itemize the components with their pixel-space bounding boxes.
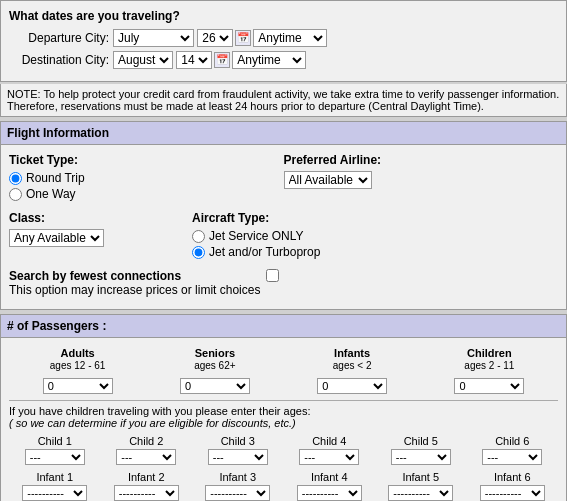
child-ages-row: Child 1 --- < 2234567891011 Child 2 --- … [9,435,558,465]
infants-select-col: 0 12345 [284,378,421,394]
child3-select[interactable]: --- < 2234567891011 [208,449,268,465]
search-fewest-row: Search by fewest connections This option… [9,269,558,297]
preferred-airline-col: Preferred Airline: All Available [284,153,559,203]
infant1-label: Infant 1 [9,471,101,483]
destination-row: Destination City: July August 13 14 15 📅… [9,51,558,69]
jet-turboprop-item: Jet and/or Turboprop [192,245,558,259]
departure-day-select[interactable]: 25 26 27 [197,29,233,47]
jet-turboprop-radio[interactable] [192,246,205,259]
jet-service-item: Jet Service ONLY [192,229,558,243]
child5-col: Child 5 --- < 2234567891011 [375,435,467,465]
child2-select[interactable]: --- < 2234567891011 [116,449,176,465]
children-label: Children [421,346,558,360]
children-note-italic: ( so we can determine if you are eligibl… [9,417,296,429]
children-note-text: If you have children traveling with you … [9,405,310,417]
class-select[interactable]: Any Available First Class Business Coach [9,229,104,247]
adults-select-col: 0 123456789 [9,378,146,394]
preferred-airline-select[interactable]: All Available [284,171,372,189]
infants-label: Infants [284,346,421,360]
class-col: Class: Any Available First Class Busines… [9,211,192,261]
round-trip-radio[interactable] [9,172,22,185]
passengers-body: Adults ages 12 - 61 Seniors ages 62+ Inf… [1,338,566,501]
infants-ages: ages < 2 [284,360,421,372]
flight-info-section: Flight Information Ticket Type: Round Tr… [0,121,567,310]
infant5-col: Infant 5 ---------- Under 2 [375,471,467,501]
dates-question: What dates are you traveling? [9,9,558,23]
jet-service-label: Jet Service ONLY [209,229,303,243]
destination-day-select[interactable]: 13 14 15 [176,51,212,69]
children-select[interactable]: 0 12345 [454,378,524,394]
child6-select[interactable]: --- < 2234567891011 [482,449,542,465]
child5-label: Child 5 [375,435,467,447]
infants-col: Infants ages < 2 [284,346,421,372]
child3-label: Child 3 [192,435,284,447]
departure-month-select[interactable]: July August September [113,29,194,47]
jet-service-radio[interactable] [192,230,205,243]
child2-col: Child 2 --- < 2234567891011 [101,435,193,465]
destination-time-select[interactable]: Anytime 12:00 AM [232,51,306,69]
infant5-select[interactable]: ---------- Under 2 [388,485,453,501]
class-aircraft-row: Class: Any Available First Class Busines… [9,211,558,261]
flight-info-body: Ticket Type: Round Trip One Way Preferre [1,145,566,309]
children-select-col: 0 12345 [421,378,558,394]
child1-col: Child 1 --- < 2234567891011 [9,435,101,465]
passengers-selects-row: 0 123456789 0 12345 0 12345 [9,378,558,394]
seniors-select[interactable]: 0 12345 [180,378,250,394]
child2-label: Child 2 [101,435,193,447]
destination-month-select[interactable]: July August [113,51,173,69]
infant1-col: Infant 1 ---------- Under 2 [9,471,101,501]
child4-label: Child 4 [284,435,376,447]
seniors-select-col: 0 12345 [146,378,283,394]
infant3-select[interactable]: ---------- Under 2 [205,485,270,501]
infant5-label: Infant 5 [375,471,467,483]
adults-ages: ages 12 - 61 [9,360,146,372]
one-way-radio[interactable] [9,188,22,201]
child1-label: Child 1 [9,435,101,447]
infant4-col: Infant 4 ---------- Under 2 [284,471,376,501]
adults-select[interactable]: 0 123456789 [43,378,113,394]
child4-select[interactable]: --- < 2234567891011 [299,449,359,465]
ticket-airline-row: Ticket Type: Round Trip One Way Preferre [9,153,558,203]
seniors-col: Seniors ages 62+ [146,346,283,372]
infant2-label: Infant 2 [101,471,193,483]
passengers-section: # of Passengers : Adults ages 12 - 61 Se… [0,314,567,501]
departure-label: Departure City: [9,31,109,45]
adults-label: Adults [9,346,146,360]
infant3-col: Infant 3 ---------- Under 2 [192,471,284,501]
child6-label: Child 6 [467,435,559,447]
infant6-select[interactable]: ---------- Under 2 [480,485,545,501]
destination-calendar-icon[interactable]: 📅 [214,52,230,68]
infant-row: Infant 1 ---------- Under 2 Infant 2 ---… [9,471,558,501]
search-fewest-sub: This option may increase prices or limit… [9,283,260,297]
infant6-label: Infant 6 [467,471,559,483]
infants-select[interactable]: 0 12345 [317,378,387,394]
infant3-label: Infant 3 [192,471,284,483]
seniors-label: Seniors [146,346,283,360]
passengers-labels-row: Adults ages 12 - 61 Seniors ages 62+ Inf… [9,346,558,372]
destination-label: Destination City: [9,53,109,67]
round-trip-label: Round Trip [26,171,85,185]
children-note: If you have children traveling with you … [9,400,558,429]
dates-section: What dates are you traveling? Departure … [0,0,567,82]
search-fewest-checkbox[interactable] [266,269,279,282]
preferred-airline-label: Preferred Airline: [284,153,559,167]
passengers-header: # of Passengers : [1,315,566,338]
search-fewest-label: Search by fewest connections [9,269,181,283]
infant6-col: Infant 6 ---------- Under 2 [467,471,559,501]
child6-col: Child 6 --- < 2234567891011 [467,435,559,465]
aircraft-type-label: Aircraft Type: [192,211,558,225]
child1-select[interactable]: --- < 2234567891011 [25,449,85,465]
child4-col: Child 4 --- < 2234567891011 [284,435,376,465]
infant1-select[interactable]: ---------- Under 2 [22,485,87,501]
departure-time-select[interactable]: Anytime 12:00 AM [253,29,327,47]
infant4-select[interactable]: ---------- Under 2 [297,485,362,501]
infant2-select[interactable]: ---------- Under 2 [114,485,179,501]
flight-info-header: Flight Information [1,122,566,145]
child5-select[interactable]: --- < 2234567891011 [391,449,451,465]
seniors-ages: ages 62+ [146,360,283,372]
aircraft-col: Aircraft Type: Jet Service ONLY Jet and/… [192,211,558,261]
child3-col: Child 3 --- < 2234567891011 [192,435,284,465]
one-way-label: One Way [26,187,76,201]
ticket-type-label: Ticket Type: [9,153,284,167]
departure-calendar-icon[interactable]: 📅 [235,30,251,46]
